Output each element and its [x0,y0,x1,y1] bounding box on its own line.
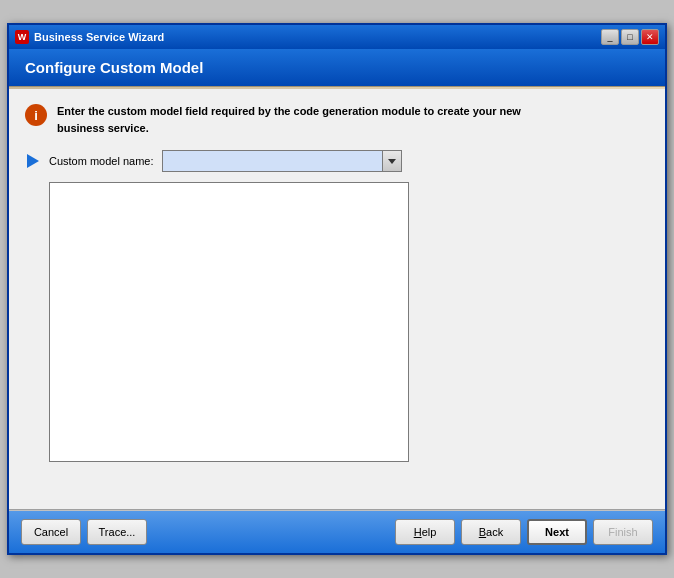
play-icon [25,153,41,169]
next-button[interactable]: Next [527,519,587,545]
combobox-dropdown-button[interactable] [382,150,402,172]
combobox-wrapper [162,150,402,172]
help-button[interactable]: Help [395,519,455,545]
info-line1: Enter the custom model field required by… [57,105,521,117]
custom-model-label: Custom model name: [49,155,154,167]
back-label: Back [479,526,503,538]
info-box: i Enter the custom model field required … [25,103,649,136]
title-bar: W Business Service Wizard _ □ ✕ [9,25,665,49]
minimize-button[interactable]: _ [601,29,619,45]
maximize-button[interactable]: □ [621,29,639,45]
title-buttons: _ □ ✕ [601,29,659,45]
help-label: Help [414,526,437,538]
window-icon: W [15,30,29,44]
dropdown-arrow-icon [388,159,396,164]
window-title: Business Service Wizard [34,31,164,43]
footer-left-buttons: Cancel Trace... [21,519,147,545]
model-textarea[interactable] [50,183,408,461]
footer: Cancel Trace... Help Back Next Finish [9,511,665,553]
play-triangle [27,154,39,168]
dialog-title: Configure Custom Model [25,59,203,76]
main-window: W Business Service Wizard _ □ ✕ Configur… [7,23,667,555]
content-area: i Enter the custom model field required … [9,89,665,509]
info-line2: business service. [57,122,149,134]
finish-button[interactable]: Finish [593,519,653,545]
info-text: Enter the custom model field required by… [57,103,521,136]
info-icon: i [25,104,47,126]
title-bar-left: W Business Service Wizard [15,30,164,44]
form-row: Custom model name: [25,150,649,172]
dialog-header: Configure Custom Model [9,49,665,86]
custom-model-input[interactable] [162,150,382,172]
footer-right-buttons: Help Back Next Finish [395,519,653,545]
cancel-button[interactable]: Cancel [21,519,81,545]
trace-button[interactable]: Trace... [87,519,147,545]
close-button[interactable]: ✕ [641,29,659,45]
text-area-container [49,182,409,462]
back-button[interactable]: Back [461,519,521,545]
